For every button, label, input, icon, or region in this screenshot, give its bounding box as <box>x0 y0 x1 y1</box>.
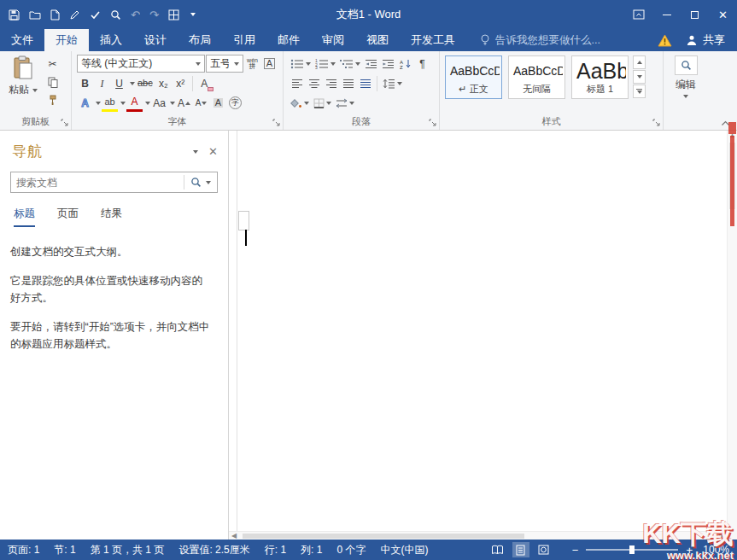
borders-button[interactable] <box>312 95 333 112</box>
pen-icon[interactable] <box>69 9 80 20</box>
grow-font-button[interactable]: A <box>176 95 192 112</box>
tab-design[interactable]: 设计 <box>133 29 178 51</box>
status-word-count[interactable]: 0 个字 <box>336 543 366 557</box>
style-card-no-spacing[interactable]: AaBbCcDd 无间隔 <box>508 55 565 99</box>
tab-home[interactable]: 开始 <box>44 29 89 51</box>
paste-button[interactable]: 粘贴 <box>5 54 41 108</box>
tab-file[interactable]: 文件 <box>0 29 44 51</box>
navigation-options-dropdown[interactable] <box>191 150 198 154</box>
shading-button[interactable] <box>289 95 311 112</box>
undo-icon[interactable]: ↶ <box>131 9 140 20</box>
nav-tab-results[interactable]: 结果 <box>101 207 122 227</box>
asian-layout-button[interactable] <box>334 95 356 112</box>
subscript-button[interactable]: x₂ <box>155 75 172 92</box>
search-input[interactable] <box>11 177 184 189</box>
font-color-dropdown[interactable] <box>145 102 150 105</box>
style-card-normal[interactable]: AaBbCcDd ↵ 正文 <box>445 55 502 99</box>
font-size-select[interactable]: 五号 <box>206 55 243 73</box>
format-painter-button[interactable] <box>44 92 61 108</box>
character-border-button[interactable]: A <box>261 55 278 73</box>
horizontal-scrollbar[interactable]: ◀ ▶ <box>229 531 727 540</box>
minimize-button[interactable] <box>652 0 681 29</box>
status-language[interactable]: 中文(中国) <box>380 543 428 557</box>
nav-tab-headings[interactable]: 标题 <box>14 207 35 227</box>
redo-icon[interactable]: ↷ <box>149 9 159 20</box>
open-icon[interactable] <box>29 10 41 20</box>
bold-button[interactable]: B <box>77 75 93 92</box>
bullets-button[interactable] <box>289 55 313 73</box>
change-case-dropdown[interactable] <box>170 102 175 105</box>
styles-dialog-launcher[interactable] <box>652 119 661 127</box>
style-scroll-down-button[interactable] <box>633 70 646 84</box>
tab-layout[interactable]: 布局 <box>178 29 222 51</box>
paragraph-dialog-launcher[interactable] <box>429 119 437 127</box>
save-icon[interactable] <box>9 9 20 20</box>
read-mode-button[interactable] <box>489 542 506 557</box>
distribute-button[interactable] <box>357 75 373 92</box>
zoom-out-button[interactable]: − <box>572 545 579 556</box>
share-button[interactable]: 共享 <box>686 32 725 48</box>
numbering-button[interactable]: 123 <box>313 55 337 73</box>
zoom-slider[interactable] <box>586 549 678 551</box>
italic-button[interactable]: I <box>94 75 110 92</box>
zoom-level[interactable]: 100% <box>700 544 729 556</box>
phonetic-guide-button[interactable]: wén拼 <box>244 55 260 73</box>
status-section[interactable]: 节: 1 <box>54 543 75 557</box>
navigation-close-icon[interactable]: ✕ <box>208 145 218 158</box>
justify-button[interactable] <box>340 75 356 92</box>
underline-dropdown[interactable] <box>130 82 135 85</box>
new-document-icon[interactable] <box>50 9 60 20</box>
text-effects-dropdown[interactable] <box>96 102 101 105</box>
close-button[interactable]: ✕ <box>709 0 737 29</box>
editing-dropdown[interactable] <box>683 95 688 98</box>
multilevel-list-button[interactable] <box>338 55 362 73</box>
enclose-characters-button[interactable]: 字 <box>227 95 243 112</box>
maximize-button[interactable] <box>681 0 709 29</box>
zoom-in-button[interactable]: + <box>686 545 693 556</box>
style-gallery-more-button[interactable] <box>633 85 646 98</box>
draw-table-icon[interactable] <box>168 9 179 20</box>
highlight-dropdown[interactable] <box>120 102 126 105</box>
character-shading-button[interactable]: A <box>210 95 226 112</box>
nav-tab-pages[interactable]: 页面 <box>57 207 79 227</box>
align-right-button[interactable] <box>323 75 339 92</box>
line-spacing-button[interactable] <box>381 75 404 92</box>
superscript-button[interactable]: x² <box>173 75 189 92</box>
status-page-of[interactable]: 第 1 页，共 1 页 <box>91 543 165 557</box>
show-marks-button[interactable]: ¶ <box>414 55 430 73</box>
spelling-check-icon[interactable] <box>90 10 101 20</box>
horizontal-scroll-thumb[interactable] <box>243 534 524 539</box>
style-scroll-up-button[interactable] <box>633 55 646 69</box>
zoom-slider-thumb[interactable] <box>629 545 635 554</box>
strikethrough-button[interactable]: abc <box>136 75 155 92</box>
tab-insert[interactable]: 插入 <box>89 29 133 51</box>
ribbon-display-options-icon[interactable] <box>624 0 652 29</box>
editing-menu-button[interactable]: 编辑 <box>676 78 696 92</box>
tab-developer[interactable]: 开发工具 <box>400 29 466 51</box>
highlight-button[interactable]: ab <box>102 95 118 112</box>
status-line[interactable]: 行: 1 <box>265 543 286 557</box>
tab-references[interactable]: 引用 <box>222 29 266 51</box>
decrease-indent-button[interactable] <box>363 55 379 73</box>
tab-review[interactable]: 审阅 <box>311 29 355 51</box>
align-center-button[interactable] <box>306 75 322 92</box>
find-button[interactable] <box>675 55 698 75</box>
style-card-heading1[interactable]: AaBbCcDd 标题 1 <box>571 55 629 99</box>
text-effects-button[interactable]: A <box>77 95 93 112</box>
underline-button[interactable]: U <box>111 75 127 92</box>
document-page[interactable] <box>229 131 727 531</box>
font-family-select[interactable]: 等线 (中文正文) <box>77 55 205 73</box>
font-dialog-launcher[interactable] <box>272 119 281 127</box>
shrink-font-button[interactable]: A <box>193 95 209 112</box>
increase-indent-button[interactable] <box>380 55 396 73</box>
copy-button[interactable] <box>44 74 61 90</box>
status-column[interactable]: 列: 1 <box>301 543 322 557</box>
cut-button[interactable]: ✂ <box>44 56 61 72</box>
web-layout-button[interactable] <box>535 542 553 557</box>
notification-warning-icon[interactable] <box>658 34 672 47</box>
tab-view[interactable]: 视图 <box>355 29 400 51</box>
search-submit-button[interactable] <box>184 172 217 192</box>
change-case-button[interactable]: Aa <box>151 95 167 112</box>
clipboard-dialog-launcher[interactable] <box>61 119 69 127</box>
tell-me-box[interactable]: 告诉我您想要做什么... <box>480 29 600 51</box>
